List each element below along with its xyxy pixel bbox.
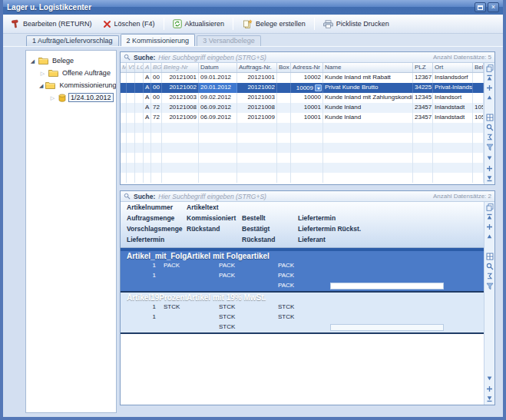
column-header-datum[interactable]: Datum [199, 63, 237, 72]
cell-m [121, 143, 127, 153]
tab-auftraege-liefervorschlag[interactable]: 1 Aufträge/Liefervorschlag [26, 35, 119, 46]
unit-value: STCK [219, 323, 235, 330]
search-input[interactable]: Hier Suchbegriff eingeben (STRG+S) [158, 193, 266, 200]
cell-beleg-nr [162, 143, 199, 153]
window-title: Lager u. Logistikcenter [7, 3, 91, 12]
expander-expanded-icon[interactable]: ◢ [39, 83, 43, 88]
orders-append-button[interactable] [485, 164, 494, 173]
table-empty-row[interactable] [121, 133, 484, 143]
tree-item-offene-auftr-ge[interactable]: ▷Offene Aufträge [26, 67, 116, 79]
field-label-bestellt: Bestellt [242, 214, 266, 222]
cell-box [277, 123, 291, 133]
detail-record[interactable]: Artikel_mit_FolgeartikelArtikel mit Folg… [121, 248, 484, 291]
prev-record-icon [486, 233, 493, 240]
detail-record[interactable]: Artikel19ProzentArtikel mit 19% MwSt.1ST… [121, 291, 484, 332]
cell-adress-nr [291, 133, 323, 143]
search-input[interactable]: Hier Suchbegriff eingeben (STRG+S) [158, 54, 266, 61]
record-artikeltext: Artikel mit 19% MwSt. [187, 293, 266, 302]
unit-value: PACK [278, 262, 294, 269]
orders-filter-button[interactable] [485, 143, 494, 151]
pickliste-drucken-button[interactable]: Pickliste Drucken [319, 18, 394, 30]
column-header-auftrags-nr[interactable]: Auftrags-Nr. [237, 63, 277, 72]
column-header-plz[interactable]: PLZ [413, 63, 433, 72]
restore-button[interactable] [475, 2, 486, 12]
expander-expanded-icon[interactable]: ◢ [29, 58, 36, 64]
column-header-beleg-nr[interactable]: Beleg-Nr [162, 63, 199, 72]
detail-append-button[interactable] [485, 385, 494, 393]
column-header-ort[interactable]: Ort [433, 63, 473, 72]
detail-first-record-button[interactable] [485, 213, 494, 221]
cell-bel [473, 173, 484, 183]
detail-prev-record-button[interactable] [485, 233, 494, 241]
orders-insert-button[interactable] [485, 84, 494, 92]
belege-erstellen-button[interactable]: Belege erstellen [237, 18, 310, 31]
detail-filter-button[interactable] [485, 282, 494, 290]
column-header-lo[interactable]: LO [135, 63, 144, 72]
aktualisieren-button[interactable]: Aktualisieren [168, 18, 230, 30]
inline-input[interactable] [330, 283, 444, 289]
close-button[interactable]: × [488, 2, 499, 12]
orders-column-chooser-button[interactable] [485, 64, 494, 72]
table-empty-row[interactable] [121, 153, 484, 163]
bearbeiten-button[interactable]: Bearbeiten (RETURN) [6, 18, 97, 30]
cell-vs [127, 113, 135, 123]
tree-item-belege[interactable]: ◢Belege [26, 55, 116, 67]
expander-collapsed-icon[interactable]: ▷ [39, 71, 46, 76]
cell-box [277, 93, 291, 103]
column-header-adress-nr[interactable]: Adress-Nr [291, 63, 323, 72]
orders-card-view-button[interactable] [485, 113, 494, 121]
tree-item-kommissionierung[interactable]: ◢Kommissionierung [26, 79, 116, 91]
column-header-name[interactable]: Name [323, 63, 413, 72]
cell-vs [127, 143, 135, 153]
filter-icon [486, 283, 494, 290]
cell-box [277, 173, 291, 183]
table-empty-row[interactable] [121, 123, 484, 133]
column-header-m[interactable]: M [121, 63, 127, 72]
dropdown-button[interactable] [315, 84, 322, 91]
cell-datum [199, 133, 237, 143]
column-header-box[interactable]: Box [277, 63, 291, 72]
table-row[interactable]: A002012100309.02.20122012100310000Kunde … [121, 93, 484, 103]
table-row[interactable]: A002012100220.01.20122012100210009Privat… [121, 83, 484, 93]
orders-first-record-button[interactable] [485, 74, 494, 82]
inline-input[interactable] [330, 324, 444, 331]
loeschen-button[interactable]: Löschen (F4) [98, 18, 160, 30]
tab-kommissionierung[interactable]: 2 Kommissionierung [121, 34, 196, 46]
cell-vs [127, 73, 135, 83]
orders-next-record-button[interactable] [485, 154, 494, 163]
detail-column-chooser-button[interactable] [485, 203, 494, 211]
table-empty-row[interactable] [121, 173, 484, 183]
folder-icon [45, 81, 55, 89]
table-empty-row[interactable] [121, 143, 484, 153]
refresh-icon [173, 19, 182, 28]
cell-beleg-nr: 20121009 [162, 113, 199, 123]
column-header-a[interactable]: A [144, 63, 151, 72]
detail-last-record-button[interactable] [485, 395, 494, 403]
orders-sum-button[interactable] [485, 133, 494, 141]
orders-last-record-button[interactable] [485, 174, 494, 183]
cell-adress-nr: 10009 [291, 83, 323, 93]
aktualisieren-label: Aktualisieren [185, 20, 225, 28]
cell-a [144, 143, 151, 153]
column-header-bg[interactable]: BG [151, 63, 162, 72]
cell-beleg-nr [162, 163, 199, 173]
tree-item-1-24-10-2012[interactable]: ▷1/24.10.2012 [26, 91, 116, 104]
detail-next-record-button[interactable] [485, 375, 494, 383]
table-row[interactable]: A002012100109.01.20122012100110002Kunde … [121, 73, 484, 83]
toolbar-separator [233, 18, 233, 30]
table-row[interactable]: A722012100806.09.20122012100810001Kunde … [121, 103, 484, 113]
prev-record-icon [486, 94, 493, 101]
detail-sum-button[interactable] [485, 272, 494, 280]
orders-search-button[interactable] [485, 123, 494, 131]
detail-search-button[interactable] [485, 262, 494, 270]
column-header-vs[interactable]: VS [127, 63, 135, 72]
table-empty-row[interactable] [121, 163, 484, 173]
table-row[interactable]: A722012100906.09.20122012100910001Kunde … [121, 113, 484, 123]
detail-insert-button[interactable] [485, 223, 494, 231]
field-label-liefertermin-r-ckst: Liefertermin Rückst. [298, 225, 361, 233]
orders-prev-record-button[interactable] [485, 94, 494, 102]
cell-bg: 00 [151, 93, 162, 103]
expander-collapsed-icon[interactable]: ▷ [49, 95, 56, 101]
column-header-bel[interactable]: Bel [473, 63, 484, 72]
detail-card-view-button[interactable] [485, 252, 494, 260]
